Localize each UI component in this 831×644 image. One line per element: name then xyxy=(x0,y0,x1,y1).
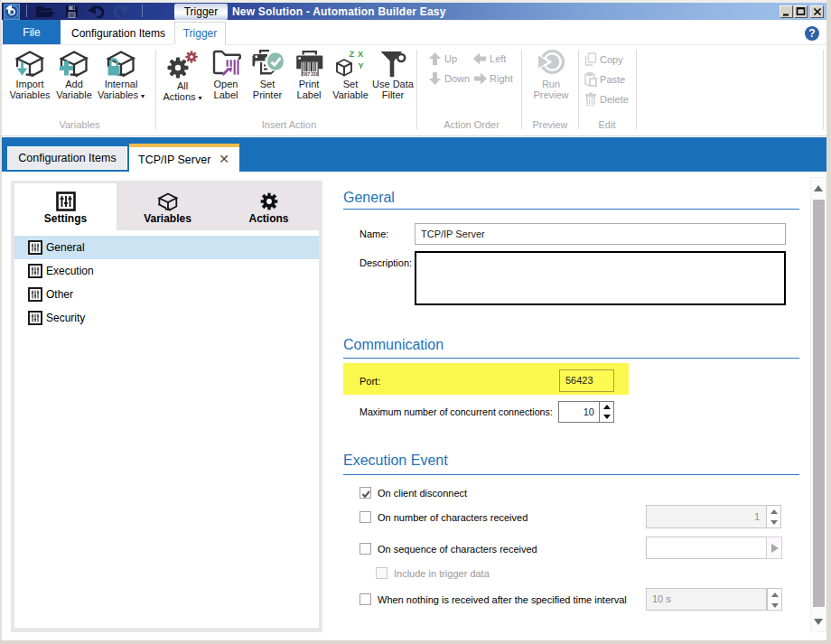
svg-text:587 231: 587 231 xyxy=(303,72,318,77)
svg-text:Z: Z xyxy=(350,50,355,59)
svg-text:Y: Y xyxy=(359,61,364,70)
svg-text:X: X xyxy=(358,50,363,59)
